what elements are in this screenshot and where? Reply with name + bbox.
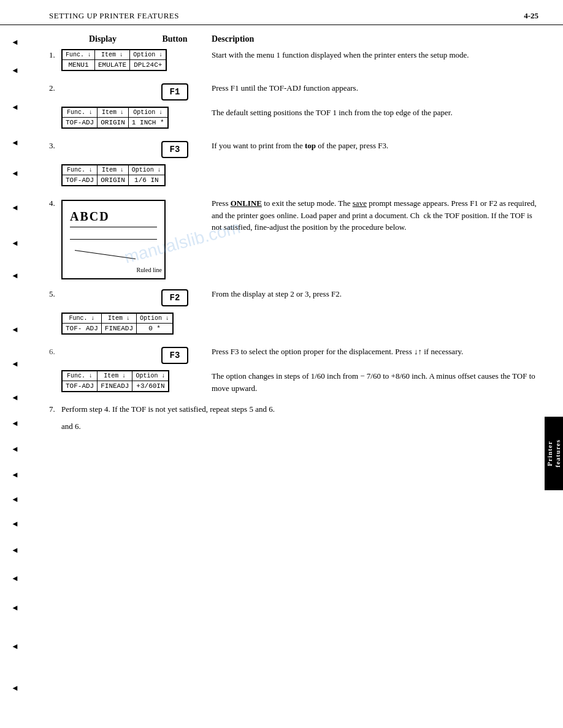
step-4-row: 4. ABCD Ruled line Press ONLINE to exit … (49, 197, 538, 279)
step-5-desc: From the display at step 2 or 3, press F… (205, 288, 538, 300)
step2-item-header: Item ↓ (98, 108, 129, 118)
page-header: SETTING UP PRINTER FEATURES 4-25 (0, 0, 563, 25)
bullet-19 (11, 599, 29, 616)
column-headers: Display Button Description (49, 34, 538, 44)
step-6-num: 6. (49, 346, 61, 357)
f3-button-step3: F3 (161, 141, 189, 158)
save-text: save (353, 199, 367, 208)
step6-func-val: TOF-ADJ (63, 381, 98, 392)
step-6-sub-row: Func. ↓ Item ↓ Option ↓ TOF-ADJ FINEADJ … (49, 370, 538, 395)
step-2-button: F1 (144, 82, 205, 100)
side-tab-line1: Printer (546, 441, 553, 466)
f2-button: F2 (161, 289, 189, 306)
step-5-sub-row: Func. ↓ Item ↓ Option ↓ TOF- ADJ FINEADJ… (49, 313, 538, 337)
step-6-group: 6. F3 Press F3 to select the option prop… (49, 346, 538, 395)
paper-diagonal (75, 250, 136, 259)
step-4-button (144, 197, 205, 199)
col-button-header: Button (144, 34, 205, 44)
step-1-display: Func. ↓ Item ↓ Option ↓ MENU1 EMULATE DP… (61, 49, 144, 74)
step-3-row: 3. F3 If you want to print from the top … (49, 140, 538, 158)
step-5-button: F2 (144, 288, 205, 306)
step-4-desc: Press ONLINE to exit the setup mode. The… (205, 197, 538, 233)
step-2-sub-row: Func. ↓ Item ↓ Option ↓ TOF-ADJ ORIGIN 1… (49, 107, 538, 131)
step-5-num: 5. (49, 288, 61, 299)
step-3-num: 3. (49, 140, 61, 151)
step-2-group: 2. F1 Press F1 until the TOF-ADJ functio… (49, 82, 538, 131)
step1-func-header: Func. ↓ (63, 50, 95, 60)
step-7-desc: Perform step 4. If the TOF is not yet sa… (61, 403, 538, 415)
bullet-20 (11, 638, 29, 655)
step5-func-header: Func. ↓ (63, 314, 102, 324)
step-6-display-grid: Func. ↓ Item ↓ Option ↓ TOF-ADJ FINEADJ … (61, 370, 169, 392)
step1-option-val: DPL24C+ (130, 60, 166, 70)
step1-option-header: Option ↓ (130, 50, 166, 60)
bold-top: top (305, 141, 316, 150)
step2-func-header: Func. ↓ (63, 108, 98, 118)
step-4-group: 4. ABCD Ruled line Press ONLINE to exit … (49, 197, 538, 279)
step-2-display-grid: Func. ↓ Item ↓ Option ↓ TOF-ADJ ORIGIN 1… (61, 107, 169, 129)
step-1-num: 1. (49, 49, 61, 60)
online-text: ONLINE (231, 199, 262, 208)
step-3-sub-display: Func. ↓ Item ↓ Option ↓ TOF-ADJ ORIGIN 1… (61, 164, 144, 189)
step6-option-val: +3/60IN (132, 381, 169, 392)
step-3-sub-row: Func. ↓ Item ↓ Option ↓ TOF-ADJ ORIGIN 1… (49, 164, 538, 189)
step2-item-val: ORIGIN (98, 118, 129, 128)
main-content: Display Button Description 1. Func. ↓ It… (0, 31, 563, 452)
step-2-sub-display: Func. ↓ Item ↓ Option ↓ TOF-ADJ ORIGIN 1… (61, 107, 144, 131)
step-3-button: F3 (144, 140, 205, 158)
bullet-15 (11, 493, 23, 506)
step5-item-header: Item ↓ (101, 314, 136, 324)
step-2-row: 2. F1 Press F1 until the TOF-ADJ functio… (49, 82, 538, 100)
bullet-17 (11, 542, 29, 559)
step-3-group: 3. F3 If you want to print from the top … (49, 140, 538, 189)
step-2-num: 2. (49, 82, 61, 93)
step3-item-header: Item ↓ (98, 165, 129, 175)
col-display-header: Display (61, 34, 144, 44)
header-title: SETTING UP PRINTER FEATURES (49, 11, 179, 21)
step-3-display-grid: Func. ↓ Item ↓ Option ↓ TOF-ADJ ORIGIN 1… (61, 164, 166, 186)
step-6-sub-display: Func. ↓ Item ↓ Option ↓ TOF-ADJ FINEADJ … (61, 370, 144, 395)
bullet-14 (11, 468, 23, 482)
col-description-header: Description (205, 34, 538, 44)
step-5-group: 5. F2 From the display at step 2 or 3, p… (49, 288, 538, 337)
paper-line-1 (70, 227, 157, 227)
f1-button: F1 (161, 83, 189, 100)
step5-option-val: 0 * (137, 324, 173, 334)
step-7-continued: and 6. (49, 422, 538, 431)
step-7-row: 7. Perform step 4. If the TOF is not yet… (49, 403, 538, 415)
step-4-num: 4. (49, 197, 61, 208)
step-3-desc: If you want to print from the top of the… (205, 140, 538, 152)
step-6-row: 6. F3 Press F3 to select the option prop… (49, 346, 538, 364)
step2-option-header: Option ↓ (128, 108, 167, 118)
step3-option-header: Option ↓ (128, 165, 164, 175)
step3-func-val: TOF-ADJ (63, 175, 98, 186)
step-6-desc: Press F3 to select the option proper for… (205, 346, 538, 358)
side-tab-text: Printer features (546, 439, 562, 468)
step6-item-header: Item ↓ (98, 371, 132, 381)
step-2-sub-desc: The default setting positions the TOF 1 … (205, 107, 538, 119)
bullet-16 (11, 517, 23, 531)
paper-ruled-label: Ruled line (137, 267, 162, 273)
step2-func-val: TOF-ADJ (63, 118, 98, 128)
step6-item-val: FINEADJ (98, 381, 132, 392)
step5-item-val: FINEADJ (101, 324, 136, 334)
step6-func-header: Func. ↓ (63, 371, 98, 381)
step-1-display-grid: Func. ↓ Item ↓ Option ↓ MENU1 EMULATE DP… (61, 49, 167, 71)
paper-diagram: ABCD Ruled line (61, 200, 166, 279)
step-7-group: 7. Perform step 4. If the TOF is not yet… (49, 403, 538, 431)
step-4-display: ABCD Ruled line (61, 197, 144, 279)
step-5-sub-display: Func. ↓ Item ↓ Option ↓ TOF- ADJ FINEADJ… (61, 313, 144, 337)
side-tab: Printer features (545, 417, 563, 490)
step-5-row: 5. F2 From the display at step 2 or 3, p… (49, 288, 538, 306)
step1-item-val: EMULATE (95, 60, 130, 70)
step-5-display-grid: Func. ↓ Item ↓ Option ↓ TOF- ADJ FINEADJ… (61, 313, 174, 335)
step-6-button: F3 (144, 346, 205, 364)
side-tab-line2: features (554, 439, 561, 468)
step1-item-header: Item ↓ (95, 50, 130, 60)
paper-line-2 (70, 239, 157, 240)
step-1-desc: Start with the menu 1 function displayed… (205, 49, 538, 61)
step-2-desc: Press F1 until the TOF-ADJ function appe… (205, 82, 538, 94)
step3-option-val: 1/6 IN (128, 175, 164, 186)
step-6-sub-desc: The option changes in steps of 1/60 inch… (205, 370, 538, 394)
step2-option-val: 1 INCH * (128, 118, 167, 128)
